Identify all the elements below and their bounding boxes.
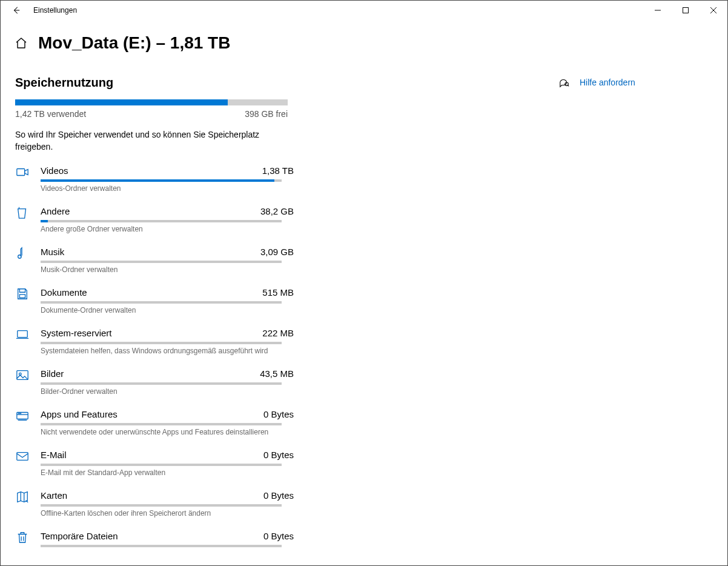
category-temp[interactable]: Temporäre Dateien0 Bytes: [15, 531, 294, 550]
category-system[interactable]: System-reserviert222 MBSystemdateien hel…: [15, 328, 294, 355]
category-name: Apps und Features: [41, 409, 117, 419]
storage-usage-bar: [15, 99, 288, 105]
laptop-icon: [15, 328, 30, 341]
storage-description: So wird Ihr Speicher verwendet und so kö…: [15, 128, 288, 153]
section-title-storage: Speichernutzung: [15, 76, 295, 90]
category-bar: [41, 220, 282, 222]
category-size: 0 Bytes: [263, 490, 294, 501]
category-name: Bilder: [41, 368, 64, 379]
category-name: E-Mail: [41, 450, 67, 460]
category-bar: [41, 382, 282, 385]
category-name: Dokumente: [41, 287, 87, 298]
svg-rect-4: [18, 330, 28, 337]
category-music[interactable]: Musik3,09 GBMusik-Ordner verwalten: [15, 247, 294, 274]
maximize-button[interactable]: [672, 1, 700, 20]
category-subtext: Dokumente-Ordner verwalten: [41, 306, 294, 315]
category-subtext: Bilder-Ordner verwalten: [41, 387, 294, 396]
storage-used-label: 1,42 TB verwendet: [15, 109, 86, 119]
music-icon: [15, 247, 30, 260]
category-size: 3,09 GB: [260, 247, 294, 257]
category-subtext: Offline-Karten löschen oder ihren Speich…: [41, 509, 294, 518]
svg-rect-11: [17, 452, 28, 460]
category-bar: [41, 504, 282, 507]
page-title: Mov_Data (E:) – 1,81 TB: [38, 33, 230, 53]
category-pictures[interactable]: Bilder43,5 MBBilder-Ordner verwalten: [15, 368, 294, 396]
category-size: 0 Bytes: [263, 450, 294, 460]
back-button[interactable]: [3, 1, 30, 20]
svg-point-9: [19, 413, 20, 413]
category-size: 38,2 GB: [260, 206, 294, 216]
category-size: 515 MB: [262, 287, 294, 298]
help-link[interactable]: Hilfe anfordern: [580, 78, 635, 87]
category-size: 1,38 TB: [262, 165, 294, 176]
mail-icon: [15, 450, 30, 463]
category-mail[interactable]: E-Mail0 BytesE-Mail mit der Standard-App…: [15, 450, 294, 477]
category-subtext: Systemdateien helfen, dass Windows ordnu…: [41, 347, 294, 355]
svg-point-10: [21, 413, 21, 413]
storage-free-label: 398 GB frei: [245, 109, 288, 119]
category-bar: [41, 464, 282, 466]
category-video[interactable]: Videos1,38 TBVideos-Ordner verwalten: [15, 165, 294, 193]
window-title: Einstellungen: [30, 6, 77, 15]
category-name: Karten: [41, 490, 67, 501]
picture-icon: [15, 368, 30, 382]
category-name: Temporäre Dateien: [41, 531, 118, 541]
titlebar: Einstellungen: [1, 1, 727, 20]
trash-icon: [15, 531, 30, 544]
save-icon: [15, 287, 30, 301]
category-name: Videos: [41, 165, 68, 176]
category-subtext: E-Mail mit der Standard-App verwalten: [41, 468, 294, 477]
category-subtext: Andere große Ordner verwalten: [41, 225, 294, 233]
map-icon: [15, 490, 30, 504]
category-docs[interactable]: Dokumente515 MBDokumente-Ordner verwalte…: [15, 287, 294, 315]
category-maps[interactable]: Karten0 BytesOffline-Karten löschen oder…: [15, 490, 294, 518]
category-name: System-reserviert: [41, 328, 112, 338]
category-apps[interactable]: Apps und Features0 BytesNicht verwendete…: [15, 409, 294, 436]
category-subtext: Nicht verwendete oder unerwünschte Apps …: [41, 428, 294, 436]
category-size: 0 Bytes: [263, 531, 294, 541]
page-header: Mov_Data (E:) – 1,81 TB: [1, 20, 727, 58]
category-name: Musik: [41, 247, 64, 257]
category-bar: [41, 261, 282, 263]
category-size: 43,5 MB: [260, 368, 294, 379]
video-icon: [15, 165, 30, 179]
category-name: Andere: [41, 206, 70, 216]
storage-usage-fill: [15, 99, 228, 105]
category-bar: [41, 179, 282, 182]
home-button[interactable]: [15, 37, 27, 49]
category-bar: [41, 342, 282, 344]
apps-icon: [15, 409, 30, 422]
category-subtext: Videos-Ordner verwalten: [41, 184, 294, 193]
svg-rect-1: [17, 168, 25, 175]
close-button[interactable]: [700, 1, 727, 20]
svg-point-8: [18, 413, 19, 413]
category-bar: [41, 423, 282, 425]
category-other[interactable]: Andere38,2 GBAndere große Ordner verwalt…: [15, 206, 294, 233]
svg-rect-0: [683, 8, 689, 13]
category-size: 0 Bytes: [263, 409, 294, 419]
category-bar: [41, 301, 282, 304]
folder-icon: [15, 206, 30, 219]
svg-rect-3: [19, 295, 25, 298]
help-icon: [559, 77, 570, 88]
category-subtext: Musik-Ordner verwalten: [41, 265, 294, 274]
category-bar: [41, 545, 282, 547]
category-size: 222 MB: [262, 328, 294, 338]
minimize-button[interactable]: [644, 1, 672, 20]
